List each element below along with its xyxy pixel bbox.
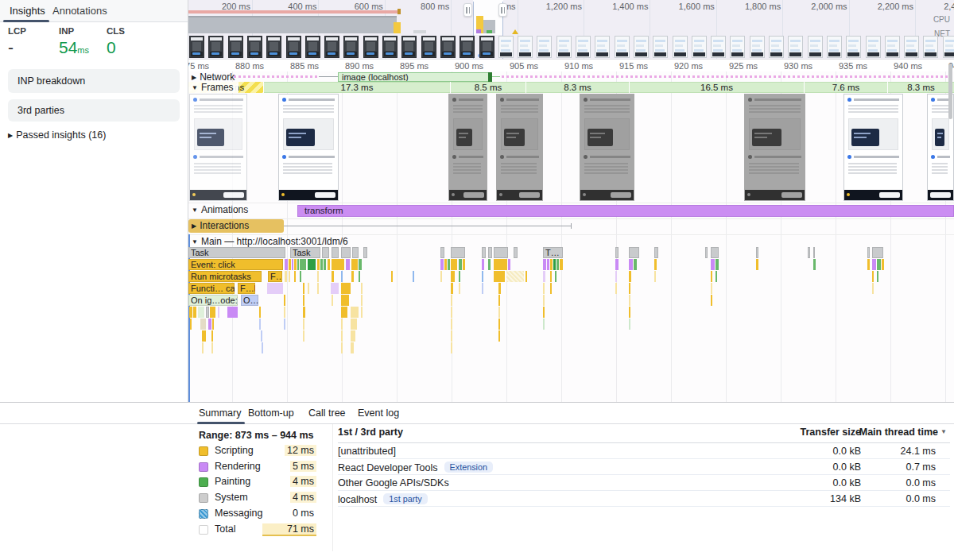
flame-bar-small[interactable] — [525, 271, 527, 282]
flame-bar-small[interactable] — [550, 259, 553, 270]
flame-bar-small[interactable] — [560, 259, 563, 270]
flame-bar-small[interactable] — [634, 259, 637, 270]
tab-call-tree[interactable]: Call tree — [308, 407, 346, 419]
flame-bar-small[interactable] — [451, 342, 452, 353]
flame-bar-small[interactable] — [211, 330, 213, 342]
flame-bar-small[interactable] — [654, 247, 658, 258]
flame-bar-small[interactable] — [227, 307, 238, 318]
frame-duration-segment[interactable]: 16.5 ms — [629, 82, 804, 93]
flame-bar-small[interactable] — [440, 259, 444, 270]
flame-bar-small[interactable] — [506, 271, 524, 282]
flame-bar[interactable]: On ig…ode:) — [188, 295, 238, 306]
flame-bar-small[interactable] — [200, 319, 206, 330]
tab-bottom-up[interactable]: Bottom-up — [248, 407, 294, 419]
flame-bar-small[interactable] — [488, 247, 492, 258]
flame-bar-small[interactable] — [448, 259, 450, 270]
flame-bar-small[interactable] — [615, 271, 617, 282]
flame-bar-small[interactable] — [262, 342, 263, 353]
tab-event-log[interactable]: Event log — [358, 407, 399, 419]
flame-bar-small[interactable] — [413, 271, 414, 282]
insight-card-inp-breakdown[interactable]: INP breakdown — [8, 69, 180, 93]
flame-bar-small[interactable] — [615, 247, 619, 258]
frame-duration-segment[interactable]: 8.3 ms — [525, 82, 629, 93]
flame-bar-small[interactable] — [451, 330, 452, 342]
frame-screenshot[interactable] — [496, 94, 543, 201]
flame-bar-small[interactable] — [514, 247, 518, 258]
frame-screenshot[interactable] — [580, 94, 634, 201]
flame-bar-small[interactable] — [341, 319, 343, 330]
flame-bar[interactable]: T… — [543, 247, 563, 258]
flame-bar[interactable]: Functi… call — [188, 283, 235, 294]
flame-bar-small[interactable] — [440, 271, 442, 282]
flame-bar-small[interactable] — [494, 259, 507, 270]
flame-bar-small[interactable] — [352, 247, 359, 258]
flame-bar-small[interactable] — [210, 307, 215, 318]
flame-bar-small[interactable] — [867, 259, 870, 270]
flame-bar-small[interactable] — [543, 307, 545, 318]
flame-bar-small[interactable] — [341, 330, 343, 342]
flame-bar-small[interactable] — [259, 307, 261, 318]
passed-insights-toggle[interactable]: ▶Passed insights (16) — [8, 129, 106, 141]
selection-handle-left[interactable] — [463, 3, 472, 17]
flame-bar-small[interactable] — [543, 319, 545, 330]
flame-bar-small[interactable] — [284, 307, 285, 318]
flame-bar-small[interactable] — [482, 271, 483, 282]
frame-screenshot[interactable] — [843, 94, 903, 201]
flame-bar-small[interactable] — [322, 247, 329, 258]
flame-bar-small[interactable] — [813, 247, 815, 258]
flame-bar[interactable]: Run microtasks — [188, 271, 262, 282]
flame-bar-small[interactable] — [294, 259, 297, 270]
table-row[interactable]: Other Google APIs/SDKs0.0 kB0.0 ms — [338, 475, 950, 491]
cls-value[interactable]: 0 — [107, 38, 116, 57]
flame-bar-small[interactable] — [459, 283, 460, 294]
flame-bar-small[interactable] — [303, 283, 304, 294]
animations-track-label[interactable]: ▼Animations — [192, 204, 248, 215]
frame-screenshot[interactable] — [189, 94, 247, 201]
flame-bar-small[interactable] — [877, 259, 881, 270]
flame-bar-small[interactable] — [555, 271, 556, 282]
flame-bar-small[interactable] — [508, 259, 510, 270]
frame-duration-segment[interactable]: 17.3 ms — [263, 82, 450, 93]
flame-bar-small[interactable] — [872, 283, 874, 294]
flame-bar-small[interactable] — [363, 247, 367, 258]
table-row[interactable]: [unattributed]0.0 kB24.1 ms — [338, 443, 950, 459]
flame-bar-small[interactable] — [285, 271, 287, 282]
flame-bar-small[interactable] — [359, 271, 360, 282]
vertical-scrollbar-thumb[interactable] — [948, 64, 952, 119]
flame-bar-small[interactable] — [629, 307, 630, 318]
column-header-main-thread-time[interactable]: Main thread time▼ — [859, 427, 947, 438]
flame-bar-small[interactable] — [550, 271, 552, 282]
flame-bar-small[interactable] — [189, 307, 192, 318]
flame-bar-small[interactable] — [494, 247, 508, 258]
flame-bar-small[interactable] — [300, 271, 301, 282]
frame-screenshot[interactable] — [448, 94, 487, 201]
flame-bar-small[interactable] — [267, 283, 283, 294]
column-header-transfer-size[interactable]: Transfer size — [801, 427, 861, 438]
flame-bar-small[interactable] — [317, 271, 319, 282]
flame-bar-small[interactable] — [498, 319, 500, 330]
flame-bar-small[interactable] — [629, 259, 633, 270]
flame-bar-small[interactable] — [444, 259, 447, 270]
network-track-label[interactable]: ▶Network — [192, 71, 235, 83]
flame-bar-small[interactable] — [482, 247, 486, 258]
flame-bar-small[interactable] — [341, 271, 343, 282]
flame-bar-small[interactable] — [882, 259, 884, 270]
flame-bar[interactable]: Event: click — [188, 259, 283, 270]
table-row[interactable]: React Developer ToolsExtension0.0 kB0.7 … — [338, 459, 950, 475]
flame-bar-small[interactable] — [451, 283, 453, 294]
flame-bar-small[interactable] — [440, 247, 444, 258]
column-header-party[interactable]: 1st / 3rd party — [338, 427, 403, 438]
flame-bar-small[interactable] — [459, 259, 462, 270]
flame-bar-small[interactable] — [341, 247, 351, 258]
flame-bar-small[interactable] — [494, 271, 505, 282]
flame-bar-small[interactable] — [543, 259, 546, 270]
flame-bar-small[interactable] — [341, 283, 351, 294]
flame-bar-small[interactable] — [867, 247, 870, 258]
flame-bar-small[interactable] — [308, 259, 316, 270]
flame-bar-small[interactable] — [498, 295, 500, 306]
flame-bar-small[interactable] — [711, 283, 712, 294]
flame-bar-small[interactable] — [716, 259, 719, 270]
flame-bar-small[interactable] — [629, 283, 630, 294]
frame-duration-segment[interactable]: 8.5 ms — [450, 82, 525, 93]
flame-bar-small[interactable] — [284, 319, 285, 330]
